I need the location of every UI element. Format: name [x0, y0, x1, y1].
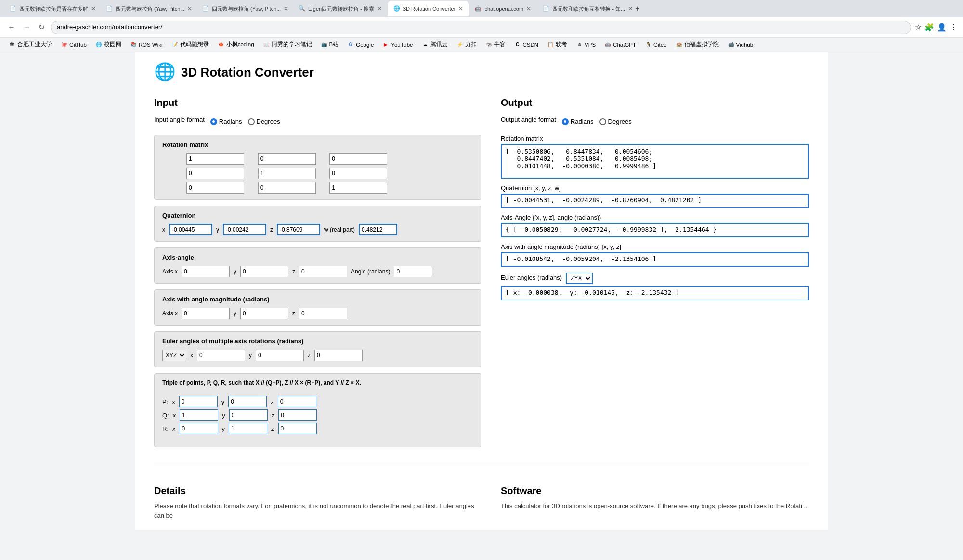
mag-z-input[interactable] [299, 308, 347, 319]
matrix-r00[interactable] [186, 153, 244, 165]
input-radians-label[interactable]: Radians [210, 118, 242, 125]
output-rotation-matrix[interactable]: [ -0.5350806, 0.8447834, 0.0054606; -0.8… [501, 144, 809, 179]
back-button[interactable]: ← [6, 21, 17, 34]
bookmark-exam[interactable]: 📋 软考 [544, 40, 570, 49]
tab-5[interactable]: 🌐 3D Rotation Converter ✕ [388, 1, 469, 16]
axis-angle-input[interactable] [394, 266, 432, 277]
matrix-r01[interactable] [258, 153, 316, 165]
bookmark-bilibili[interactable]: 📺 B站 [318, 40, 342, 49]
bookmark-csdn[interactable]: C CSDN [511, 40, 542, 49]
euler-x-input[interactable] [197, 350, 245, 361]
tab-2-close[interactable]: ✕ [187, 5, 192, 12]
quat-x-input[interactable] [169, 224, 212, 235]
input-degrees-radio[interactable] [248, 118, 255, 125]
matrix-r02[interactable] [329, 153, 387, 165]
point-r-x[interactable] [180, 423, 218, 434]
euler-order-select[interactable]: XYZ XZY YXZ YZX ZXY ZYX [162, 350, 186, 361]
bookmark-google[interactable]: G Google [344, 40, 377, 49]
menu-icon[interactable]: ⋮ [950, 23, 957, 32]
matrix-r21[interactable] [258, 182, 316, 194]
matrix-r20[interactable] [186, 182, 244, 194]
output-degrees-radio[interactable] [599, 118, 606, 125]
tab-1-close[interactable]: ✕ [91, 5, 96, 12]
tab-7-close[interactable]: ✕ [628, 5, 633, 12]
axis-x-input[interactable] [182, 266, 230, 277]
bookmark-tencent[interactable]: ☁ 腾讯云 [419, 40, 451, 49]
matrix-r12[interactable] [329, 168, 387, 179]
bookmark-ros[interactable]: 📚 ROS Wiki [127, 40, 166, 49]
quat-z-input[interactable] [277, 224, 320, 235]
matrix-r22[interactable] [329, 182, 387, 194]
bookmark-maple[interactable]: 🍁 小枫coding [215, 40, 257, 49]
axis-z-input[interactable] [299, 266, 347, 277]
output-degrees-label[interactable]: Degrees [599, 118, 632, 125]
euler-y-input[interactable] [256, 350, 304, 361]
bookmark-csdn-icon: C [514, 41, 521, 48]
output-euler-angles[interactable]: [ x: -0.000038, y: -0.010145, z: -2.1354… [501, 286, 809, 300]
output-axis-angle[interactable]: { [ -0.0050829, -0.0027724, -0.9999832 ]… [501, 223, 809, 237]
bookmark-baifuxi[interactable]: 🏫 佰福虚拟学院 [673, 40, 722, 49]
details-text: Please note that rotation formats vary. … [154, 501, 482, 520]
axis-y-input[interactable] [240, 266, 288, 277]
forward-button[interactable]: → [21, 21, 33, 34]
matrix-r10[interactable] [186, 168, 244, 179]
output-euler-order-select[interactable]: XYZ XZY YXZ YZX ZXY ZYX [566, 273, 593, 284]
bookmark-vidhub[interactable]: 📹 Vidhub [725, 40, 756, 49]
point-q-row: Q: x y z [162, 409, 473, 421]
tab-3-label: 四元数与欧拉角 (Yaw, Pitch... [212, 5, 281, 13]
tab-3-close[interactable]: ✕ [284, 5, 288, 12]
tab-4-close[interactable]: ✕ [377, 5, 382, 12]
tab-6-close[interactable]: ✕ [526, 5, 531, 12]
bookmark-campus-icon: 🌐 [95, 41, 102, 48]
bookmark-niuke[interactable]: 🐄 牛客 [482, 40, 508, 49]
bookmark-github[interactable]: 🐙 GitHub [58, 40, 90, 49]
bookmark-campus-label: 校园网 [104, 41, 121, 48]
bookmark-gitee[interactable]: 🐧 Gitee [642, 40, 670, 49]
bookmark-leetcode[interactable]: ⚡ 力扣 [454, 40, 480, 49]
output-radians-radio[interactable] [562, 118, 569, 125]
point-q-z[interactable] [278, 409, 317, 421]
bookmark-youtube-icon: ▶ [382, 41, 389, 48]
bookmark-chatgpt[interactable]: 🤖 ChatGPT [601, 40, 639, 49]
output-radians-label[interactable]: Radians [562, 118, 594, 125]
point-p-x[interactable] [179, 396, 218, 407]
profile-icon[interactable]: 👤 [937, 23, 947, 32]
tab-6[interactable]: 🤖 chat.openai.com ✕ [469, 1, 537, 16]
tab-3[interactable]: 📄 四元数与欧拉角 (Yaw, Pitch... ✕ [196, 1, 293, 16]
matrix-r11[interactable] [258, 168, 316, 179]
tab-5-close[interactable]: ✕ [458, 5, 463, 12]
point-q-x[interactable] [180, 409, 218, 421]
quat-w-input[interactable] [359, 224, 397, 235]
tab-2[interactable]: 📄 四元数与欧拉角 (Yaw, Pitch... ✕ [100, 1, 196, 16]
tab-4[interactable]: 🔍 Eigen四元数转欧拉角 - 搜索 ✕ [293, 1, 388, 16]
bookmark-youtube[interactable]: ▶ YouTube [379, 40, 416, 49]
reload-button[interactable]: ↻ [37, 21, 47, 34]
bookmark-hefei[interactable]: 🏛 合肥工业大学 [6, 40, 55, 49]
bookmark-icon[interactable]: ☆ [915, 23, 922, 32]
input-angle-format-row: Input angle format Radians Degrees [154, 116, 482, 127]
extensions-icon[interactable]: 🧩 [924, 23, 934, 32]
bookmark-notes[interactable]: 📖 阿秀的学习笔记 [260, 40, 315, 49]
output-axis-magnitude[interactable]: [ -0.0108542, -0.0059204, -2.1354106 ] [501, 252, 809, 267]
triple-points-input-section: Triple of points, P, Q, R, such that X /… [154, 373, 482, 447]
quat-y-input[interactable] [223, 224, 266, 235]
input-degrees-label[interactable]: Degrees [248, 118, 280, 125]
point-p-z[interactable] [278, 396, 316, 407]
bookmark-vps[interactable]: 🖥 VPS [573, 40, 599, 49]
point-r-z[interactable] [278, 423, 317, 434]
tab-5-label: 3D Rotation Converter [403, 6, 455, 12]
input-radians-radio[interactable] [210, 118, 217, 125]
point-q-y[interactable] [229, 409, 268, 421]
new-tab-button[interactable]: + [635, 4, 639, 13]
tab-7[interactable]: 📄 四元数和欧拉角互相转换 - 知... ✕ [537, 1, 633, 16]
bookmark-campus[interactable]: 🌐 校园网 [92, 40, 124, 49]
mag-y-input[interactable] [240, 308, 288, 319]
output-quaternion[interactable]: [ -0.0044531, -0.0024289, -0.8760904, 0.… [501, 194, 809, 208]
mag-x-input[interactable] [182, 308, 230, 319]
tab-1[interactable]: 📄 四元数转欧拉角是否存在多解 ✕ [4, 1, 100, 16]
address-bar[interactable] [51, 21, 911, 34]
point-p-y[interactable] [228, 396, 267, 407]
bookmark-code[interactable]: 📝 代码随想录 [169, 40, 212, 49]
euler-z-input[interactable] [314, 350, 363, 361]
point-r-y[interactable] [229, 423, 267, 434]
